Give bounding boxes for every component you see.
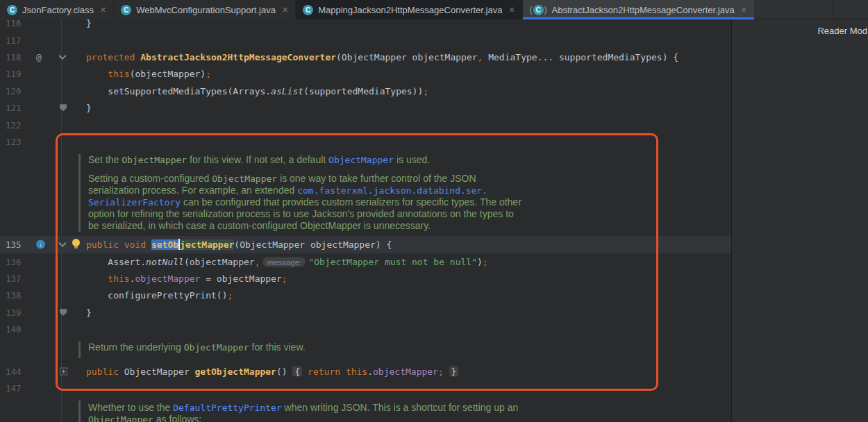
tab-label: JsonFactory.class (22, 5, 94, 15)
line-number: 140 (6, 324, 22, 335)
code-token: ; (206, 69, 211, 79)
close-icon[interactable]: ✕ (100, 6, 106, 15)
tab-bar-spacer (754, 0, 868, 19)
code-editor[interactable]: 116}117118@protected AbstractJackson2Htt… (0, 19, 731, 422)
code-token: ; (423, 85, 428, 96)
line-number: 144 (6, 366, 22, 376)
doc-paragraph: Whether to use the DefaultPrettyPrinter … (88, 402, 731, 422)
editor-tab[interactable]: CMappingJackson2HttpMessageConverter.jav… (296, 0, 522, 19)
code-line[interactable]: 120 setSupportedMediaTypes(Arrays.asList… (0, 83, 731, 99)
fold-close-icon[interactable] (60, 104, 67, 111)
code-token: asList (271, 85, 303, 96)
line-number: 121 (6, 103, 22, 113)
code-text: protected AbstractJackson2HttpMessageCon… (86, 51, 678, 62)
code-line[interactable]: 118@protected AbstractJackson2HttpMessag… (0, 49, 731, 65)
line-number: 118 (6, 51, 22, 62)
rendered-javadoc: Whether to use the DefaultPrettyPrinter … (0, 396, 731, 422)
overridden-method-icon[interactable]: ↓ (36, 240, 45, 249)
line-number: 137 (6, 273, 22, 284)
tab-label: WebMvcConfigurationSupport.java (136, 5, 276, 15)
doc-token: when writing JSON. This is a shortcut fo… (282, 402, 519, 413)
code-token: } (86, 103, 92, 113)
doc-left-bar (78, 400, 81, 422)
code-text: } (86, 19, 92, 28)
line-number: 136 (6, 256, 22, 267)
line-number: 117 (6, 35, 22, 45)
close-icon[interactable]: ✕ (282, 6, 288, 15)
line-number: 120 (6, 85, 22, 96)
fold-open-icon[interactable] (58, 52, 66, 60)
line-number: 116 (6, 19, 22, 28)
line-number: 119 (6, 69, 22, 79)
java-library-class-icon: (C) (530, 5, 547, 15)
line-number: 135 (6, 239, 22, 250)
editor-tab[interactable]: CJsonFactory.class✕ (0, 0, 114, 19)
code-token: (objectMapper) (130, 69, 206, 79)
code-line[interactable]: 121} (0, 99, 731, 116)
line-number: 139 (6, 307, 22, 317)
editor-tab[interactable]: (C)AbstractJackson2HttpMessageConverter.… (523, 0, 754, 19)
code-token (86, 69, 108, 79)
code-token: MediaType... supportedMediaTypes) { (483, 51, 678, 62)
code-line[interactable]: 116} (0, 19, 731, 31)
code-line[interactable]: 119 this(objectMapper); (0, 65, 731, 82)
ide-window: CJsonFactory.class✕CWebMvcConfigurationS… (0, 0, 868, 422)
editor-tab-bar: CJsonFactory.class✕CWebMvcConfigurationS… (0, 0, 868, 19)
code-token: this (108, 69, 129, 79)
close-icon[interactable]: ✕ (508, 6, 515, 15)
code-line[interactable]: 122 (0, 116, 731, 133)
close-icon[interactable]: ✕ (741, 6, 747, 15)
doc-content: Whether to use the DefaultPrettyPrinter … (88, 396, 731, 422)
editor-tab[interactable]: CWebMvcConfigurationSupport.java✕ (114, 0, 296, 19)
code-token: protected (86, 51, 140, 62)
tab-label: AbstractJackson2HttpMessageConverter.jav… (552, 5, 735, 15)
code-text: this(objectMapper); (86, 69, 211, 79)
line-number: 122 (6, 119, 22, 130)
doc-token[interactable]: DefaultPrettyPrinter (173, 403, 282, 413)
code-token: setSupportedMediaTypes(Arrays. (86, 85, 271, 96)
code-token: AbstractJackson2HttpMessageConverter (140, 51, 336, 62)
reader-mode-toggle[interactable]: Reader Mod (817, 26, 867, 36)
doc-token: ObjectMapper (88, 414, 153, 422)
code-line[interactable]: 117 (0, 31, 731, 48)
line-number: 147 (6, 383, 22, 394)
annotation-gutter-icon[interactable]: @ (36, 51, 42, 62)
annotation-highlight-box (56, 133, 658, 391)
code-token: } (86, 19, 92, 28)
code-token: (supportedMediaTypes)) (303, 85, 423, 96)
code-text: } (86, 103, 92, 113)
line-number: 138 (6, 290, 22, 301)
doc-token: as follows: (153, 414, 201, 422)
java-class-icon: C (303, 5, 313, 15)
code-text: setSupportedMediaTypes(Arrays.asList(sup… (86, 85, 428, 96)
doc-line: Whether to use the DefaultPrettyPrinter … (88, 402, 731, 414)
java-class-icon: C (7, 5, 17, 15)
java-class-icon: C (121, 5, 131, 15)
doc-line: ObjectMapper as follows: (88, 414, 731, 422)
right-editor-panel: Reader Mod (731, 19, 868, 422)
code-token: (ObjectMapper objectMapper (336, 51, 478, 62)
doc-token: Whether to use the (88, 402, 173, 413)
line-number: 123 (6, 136, 22, 146)
tab-bar-separator (833, 0, 833, 19)
tab-label: MappingJackson2HttpMessageConverter.java (318, 5, 502, 15)
